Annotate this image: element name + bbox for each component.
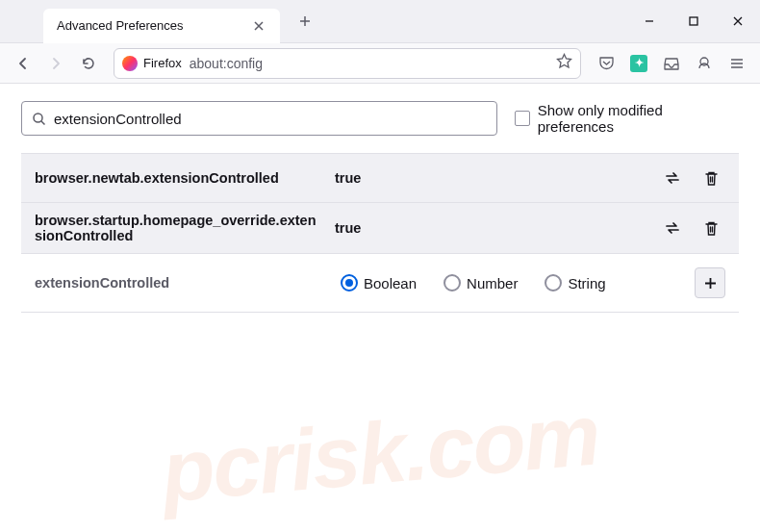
menu-button[interactable]	[722, 48, 752, 79]
url-text: about:config	[190, 56, 263, 71]
back-button[interactable]	[8, 48, 38, 79]
search-input[interactable]	[54, 111, 487, 127]
pref-name: browser.newtab.extensionControlled	[35, 170, 323, 186]
maximize-button[interactable]	[671, 0, 716, 43]
pref-name: browser.startup.homepage_override.extens…	[35, 213, 323, 243]
toolbar: Firefox about:config ✦	[0, 43, 760, 84]
delete-icon[interactable]	[697, 164, 725, 192]
inbox-icon[interactable]	[656, 48, 687, 79]
toggle-icon[interactable]	[658, 164, 687, 192]
identity-label: Firefox	[143, 56, 182, 70]
reload-button[interactable]	[73, 48, 104, 79]
pref-row[interactable]: browser.newtab.extensionControlled true	[21, 154, 739, 203]
checkbox-label: Show only modified preferences	[538, 102, 739, 135]
account-icon[interactable]	[689, 48, 720, 79]
radio-string[interactable]: String	[545, 274, 605, 291]
close-window-button[interactable]	[716, 0, 760, 43]
firefox-icon	[122, 56, 138, 71]
url-bar[interactable]: Firefox about:config	[114, 48, 581, 79]
add-pref-button[interactable]	[695, 267, 725, 298]
minimize-button[interactable]	[627, 0, 671, 43]
window-controls	[627, 0, 760, 43]
checkbox-icon	[515, 111, 530, 126]
titlebar: Advanced Preferences	[0, 0, 760, 43]
pref-row[interactable]: browser.startup.homepage_override.extens…	[21, 203, 739, 254]
extension-icon[interactable]: ✦	[623, 48, 654, 79]
content-area: Show only modified preferences browser.n…	[0, 84, 760, 330]
forward-button[interactable]	[40, 48, 71, 79]
new-pref-name: extensionControlled	[35, 275, 323, 291]
radio-icon	[341, 274, 358, 291]
radio-label: Boolean	[364, 275, 417, 291]
toggle-icon[interactable]	[658, 214, 687, 242]
radio-number[interactable]: Number	[443, 274, 518, 291]
radio-label: Number	[467, 275, 518, 291]
search-icon	[32, 112, 46, 126]
only-modified-checkbox[interactable]: Show only modified preferences	[515, 102, 739, 135]
delete-icon[interactable]	[697, 214, 725, 242]
search-box[interactable]	[21, 101, 497, 136]
new-tab-button[interactable]	[291, 8, 318, 35]
tab-title: Advanced Preferences	[57, 18, 184, 33]
pref-value: true	[335, 170, 646, 186]
pocket-icon[interactable]	[591, 48, 621, 79]
watermark: pcrisk.com	[158, 385, 602, 521]
type-radio-group: Boolean Number String	[341, 274, 677, 291]
svg-rect-0	[690, 17, 697, 25]
pref-list: browser.newtab.extensionControlled true …	[21, 153, 739, 313]
radio-label: String	[568, 275, 605, 291]
identity-box[interactable]: Firefox	[122, 56, 182, 71]
pref-value: true	[335, 220, 646, 236]
bookmark-star-icon[interactable]	[556, 53, 572, 73]
new-pref-row: extensionControlled Boolean Number Strin…	[21, 254, 739, 313]
search-row: Show only modified preferences	[21, 101, 739, 136]
close-tab-icon[interactable]	[251, 18, 266, 34]
svg-point-1	[34, 114, 42, 122]
radio-icon	[443, 274, 461, 291]
radio-icon	[545, 274, 562, 291]
browser-tab[interactable]: Advanced Preferences	[43, 9, 280, 43]
radio-boolean[interactable]: Boolean	[341, 274, 417, 291]
